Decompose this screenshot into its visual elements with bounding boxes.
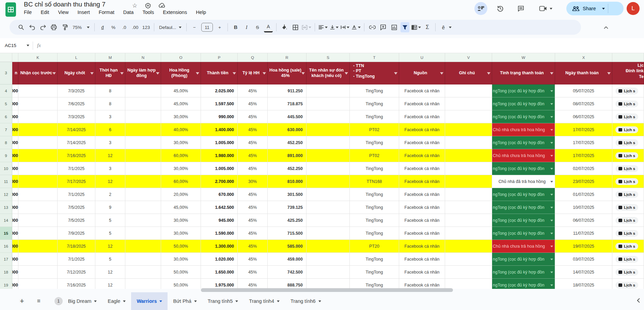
cell-K7[interactable] <box>18 123 58 136</box>
cell-Q7[interactable]: 45% <box>238 123 268 136</box>
cell-K9[interactable] <box>18 149 58 162</box>
cell-L15[interactable]: 7/9/2025 <box>58 227 95 240</box>
cell-R10[interactable]: 452.250 <box>268 162 307 175</box>
cell-O6[interactable]: 30,00% <box>161 110 201 123</box>
menu-data[interactable]: Data <box>123 10 134 15</box>
join-call-icon[interactable] <box>537 2 550 15</box>
zoom-select[interactable]: 75% <box>71 22 91 32</box>
header-cell-thoi-han-hd[interactable]: Thời hạn HĐ <box>95 62 125 84</box>
cell-N15[interactable] <box>125 227 161 240</box>
tab-warriors[interactable]: Warriors <box>131 292 168 310</box>
font-size-input[interactable]: 11 <box>201 23 213 32</box>
cell-Y13[interactable]: Lịch s <box>612 201 644 214</box>
cell-Q4[interactable]: 45% <box>238 84 268 97</box>
col-header-P[interactable]: P <box>201 53 238 62</box>
insert-chart-icon[interactable] <box>390 22 398 32</box>
cell-M7[interactable]: 6 <box>95 123 125 136</box>
cell-T11[interactable]: TTN168 <box>350 175 399 188</box>
cell-Q14[interactable]: 45% <box>238 214 268 227</box>
cell-Q15[interactable]: 45% <box>238 227 268 240</box>
dropdown-caret-icon[interactable] <box>550 168 553 170</box>
cell-Q12[interactable]: 45% <box>238 188 268 201</box>
cell-W17-status-dropdown[interactable]: ngTong (cọc đủ ký hợp đồn <box>492 253 555 266</box>
filter-icon[interactable] <box>345 72 348 75</box>
filter-icon[interactable] <box>301 72 305 75</box>
cell-O5[interactable]: 45,00% <box>161 97 201 110</box>
menu-edit[interactable]: Edit <box>41 10 49 15</box>
cell-Y9[interactable]: Lịch s <box>612 149 644 162</box>
merge-cells-button[interactable] <box>302 22 311 32</box>
tab-trang-tinh6[interactable]: Trang tính6 <box>285 292 327 310</box>
cell-N17[interactable] <box>125 253 161 266</box>
history-link-chip[interactable]: Lịch s <box>615 243 638 250</box>
cell-X6[interactable]: 06/07/2025 <box>555 110 612 123</box>
row-header-10[interactable]: 10 <box>0 162 12 175</box>
header-cell-hoa-hong-phong[interactable]: Hoa Hồng (Phòng) <box>161 62 201 84</box>
cell-Y10[interactable]: Lịch s <box>612 162 644 175</box>
cell-N10[interactable] <box>125 162 161 175</box>
filter-icon[interactable] <box>52 72 56 75</box>
cell-M15[interactable]: 5 <box>95 227 125 240</box>
cell-R16[interactable]: 585.000 <box>268 240 307 253</box>
cell-J7[interactable]: 000 <box>12 123 18 136</box>
cell-O14[interactable]: 30,00% <box>161 214 201 227</box>
document-title[interactable]: BC chỉ số doanh thu tháng 7 <box>24 1 106 8</box>
row-header-14[interactable]: 14 <box>0 214 12 227</box>
cell-U4[interactable]: Facebook cá nhân <box>399 84 445 97</box>
row-header-9[interactable]: 9 <box>0 149 12 162</box>
dropdown-caret-icon[interactable] <box>550 103 553 105</box>
row-header-16[interactable]: 16 <box>0 240 12 253</box>
cell-J5[interactable]: 000 <box>12 97 18 110</box>
cell-N4[interactable] <box>125 84 161 97</box>
bold-button[interactable]: B <box>231 22 240 32</box>
dropdown-caret-icon[interactable] <box>550 207 553 208</box>
cell-L4[interactable]: 7/3/2025 <box>58 84 95 97</box>
cell-J12[interactable]: 000 <box>12 188 18 201</box>
history-link-chip[interactable]: Lịch s <box>615 269 638 276</box>
history-link-chip[interactable]: Lịch s <box>615 100 638 107</box>
history-link-chip[interactable]: Lịch s <box>615 165 638 172</box>
cell-O18[interactable]: 50,00% <box>161 266 201 279</box>
cell-K4[interactable] <box>18 84 58 97</box>
cell-J18[interactable]: 000 <box>12 266 18 279</box>
cell-S18[interactable] <box>307 266 350 279</box>
cell-U16[interactable]: Facebook cá nhân <box>399 240 445 253</box>
tab-caret-icon[interactable] <box>235 300 238 302</box>
col-header-R[interactable]: R <box>268 53 307 62</box>
cell-S15[interactable] <box>307 227 350 240</box>
cell-S5[interactable] <box>307 97 350 110</box>
tab-caret-icon[interactable] <box>123 300 126 302</box>
cell-V10[interactable] <box>445 162 492 175</box>
cell-J15[interactable]: 000 <box>12 227 18 240</box>
header-cell-ngay-chot[interactable]: Ngày chốt <box>58 62 95 84</box>
cell-X11[interactable]: 23/07/2025 <box>555 175 612 188</box>
cell-V13[interactable] <box>445 201 492 214</box>
cell-W5-status-dropdown[interactable]: ngTong (cọc đủ ký hợp đồn <box>492 97 555 110</box>
filter-icon[interactable] <box>440 72 443 75</box>
cell-Y8[interactable]: Lịch s <box>612 136 644 149</box>
cell-P11[interactable]: 2.700.000 <box>201 175 238 188</box>
cell-S8[interactable] <box>307 136 350 149</box>
cell-V15[interactable] <box>445 227 492 240</box>
fill-color-button[interactable] <box>280 22 289 32</box>
cell-M10[interactable]: 3 <box>95 162 125 175</box>
history-link-chip[interactable]: Lịch s <box>615 204 638 211</box>
share-button[interactable]: Share <box>566 2 624 15</box>
cell-U12[interactable]: Facebook cá nhân <box>399 188 445 201</box>
header-cell-ngay-lam-hop-dong[interactable]: Ngày làm hợp đồng <box>125 62 161 84</box>
cell-U9[interactable]: Facebook cá nhân <box>399 149 445 162</box>
cell-W11-status-dropdown[interactable]: Chủ nhà đã trả hoa hồng <box>492 175 555 188</box>
cell-R6[interactable]: 445.500 <box>268 110 307 123</box>
cell-V7[interactable] <box>445 123 492 136</box>
borders-button[interactable] <box>291 22 300 32</box>
filter-icon[interactable] <box>263 72 266 75</box>
history-link-chip[interactable]: Lịch s <box>615 126 638 133</box>
cell-Q17[interactable]: 45% <box>238 253 268 266</box>
dropdown-caret-icon[interactable] <box>550 233 553 234</box>
cell-X17[interactable]: 03/07/2025 <box>555 253 612 266</box>
cell-S19[interactable] <box>307 279 350 289</box>
tab-caret-icon[interactable] <box>277 300 280 302</box>
history-link-chip[interactable]: Lịch s <box>615 282 638 289</box>
col-header-M[interactable]: M <box>95 53 125 62</box>
cell-R13[interactable]: 739.125 <box>268 201 307 214</box>
